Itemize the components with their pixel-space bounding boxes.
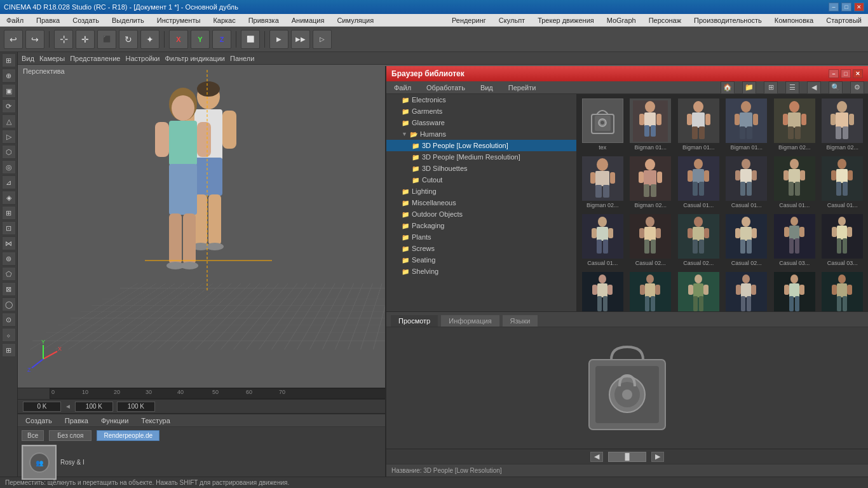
menu-render[interactable]: Рендеринг (448, 15, 490, 25)
tool-13[interactable]: ⋈ (2, 236, 16, 250)
objects-menu-functions[interactable]: Функции (97, 416, 132, 426)
asset-bigman01c[interactable]: Bigman 01... (724, 97, 770, 152)
lib-grid-button[interactable]: ⊞ (764, 81, 778, 94)
tool-12[interactable]: ⊡ (2, 221, 16, 235)
menu-create[interactable]: Создать (69, 15, 103, 25)
menu-layout[interactable]: Компоновка (771, 15, 817, 25)
tool-17[interactable]: ◯ (2, 297, 16, 311)
tree-item-shelving[interactable]: 📁 Shelving (386, 266, 576, 277)
asset-casual02a[interactable]: Casual 02... (675, 212, 722, 268)
lib-minimize-button[interactable]: – (829, 69, 839, 78)
layer-all-btn[interactable]: Все (22, 430, 44, 441)
menu-mesh[interactable]: Каркас (209, 15, 239, 25)
asset-bigman01b[interactable]: Bigman 01... (675, 97, 722, 152)
asset-casual03a[interactable]: Casual 03... (771, 212, 818, 268)
layer-none-btn[interactable]: Без слоя (49, 430, 92, 441)
tree-item-humans[interactable]: ▼ 📂 Humans (386, 128, 576, 140)
viewport-menu-filter[interactable]: Фильтр индикации (165, 55, 225, 62)
asset-casual01e[interactable]: Casual 01... (580, 212, 626, 268)
asset-bigman02b[interactable]: Bigman 02... (820, 97, 866, 152)
lib-close-button[interactable]: ✕ (853, 69, 863, 78)
tree-item-3d-people-low[interactable]: 📁 3D People [Low Resolution] (386, 140, 576, 151)
tool-14[interactable]: ⊚ (2, 252, 16, 266)
asset-casual01c[interactable]: Casual 01... (771, 154, 818, 210)
viewport-menu-options[interactable]: Настройки (125, 55, 159, 62)
tool-5[interactable]: △ (2, 114, 16, 128)
tree-item-misc[interactable]: 📁 Miscellaneous (386, 197, 576, 208)
tool-2[interactable]: ⊕ (2, 69, 16, 83)
tool-16[interactable]: ⊠ (2, 282, 16, 296)
lib-folder-button[interactable]: 📁 (742, 81, 756, 94)
menu-edit[interactable]: Правка (32, 15, 64, 25)
menu-tools[interactable]: Инструменты (153, 15, 205, 25)
tree-item-cutout[interactable]: 📁 Cutout (386, 174, 576, 186)
tool-18[interactable]: ⊙ (2, 313, 16, 327)
asset-bigman02d[interactable]: Bigman 02... (628, 154, 674, 210)
menu-simulate[interactable]: Симуляция (333, 15, 377, 25)
tree-item-3d-people-med[interactable]: 📁 3D People [Medium Resolution] (386, 151, 576, 163)
menu-snap[interactable]: Привязка (245, 15, 283, 25)
minimize-button[interactable]: – (829, 3, 839, 11)
select-tool[interactable]: ⊹ (54, 30, 73, 49)
lib-menu-process[interactable]: Обработать (423, 83, 469, 93)
menu-mograph[interactable]: MoGraph (603, 15, 640, 25)
time-end-field[interactable]: 100 K (117, 402, 155, 412)
lib-tree[interactable]: 📁 Electronics 📁 Garments 📁 Glassware ▼ 📂 (386, 94, 577, 311)
viewport-menu-view[interactable]: Вид (22, 55, 34, 62)
menu-file[interactable]: Файл (3, 15, 27, 25)
lib-menu-view[interactable]: Вид (477, 83, 497, 93)
tool-6[interactable]: ▷ (2, 130, 16, 144)
lib-next-page-button[interactable]: ▶ (651, 452, 664, 462)
close-button[interactable]: ✕ (854, 3, 864, 11)
lib-list-button[interactable]: ☰ (785, 81, 799, 94)
tool-4[interactable]: ⟳ (2, 99, 16, 113)
time-start-field[interactable]: 0 K (23, 402, 61, 412)
tree-item-seating[interactable]: 📁 Seating (386, 254, 576, 266)
asset-casual03e[interactable]: Casual 03... (675, 270, 722, 311)
lib-menu-file[interactable]: Файл (390, 83, 415, 93)
y-axis[interactable]: Y (191, 30, 210, 49)
asset-casual06[interactable]: Casual 06... (820, 270, 866, 311)
lib-home-button[interactable]: 🏠 (721, 81, 735, 94)
render-btn[interactable]: ▶▶ (291, 30, 310, 49)
scale-tool[interactable]: ⬛ (97, 30, 116, 49)
asset-casual03d[interactable]: Casual 03... (628, 270, 674, 311)
viewport-menu-display[interactable]: Представление (70, 55, 120, 62)
tree-item-3d-silhouettes[interactable]: 📁 3D Silhouettes (386, 163, 576, 174)
renderpeople-btn[interactable]: Renderpeople.de (97, 430, 159, 441)
tool-1[interactable]: ⊞ (2, 53, 16, 67)
tree-item-garments[interactable]: 📁 Garments (386, 105, 576, 117)
asset-tex[interactable]: tex (580, 97, 626, 152)
asset-casual01d[interactable]: Casual 01... (820, 154, 866, 210)
tree-item-outdoor[interactable]: 📁 Outdoor Objects (386, 208, 576, 220)
tree-item-packaging[interactable]: 📁 Packaging (386, 220, 576, 231)
asset-casual03b[interactable]: Casual 03... (820, 212, 866, 268)
menu-sculpt[interactable]: Скульпт (495, 15, 529, 25)
transform-tool[interactable]: ✦ (140, 30, 159, 49)
asset-casual03c[interactable]: Casual 03... (580, 270, 626, 311)
lib-maximize-button[interactable]: □ (841, 69, 851, 78)
viewport-menu-panels[interactable]: Панели (230, 55, 254, 62)
objects-menu-edit[interactable]: Правка (61, 416, 92, 426)
asset-casual02b[interactable]: Casual 02... (724, 212, 770, 268)
menu-tracker[interactable]: Трекер движения (534, 15, 598, 25)
menu-select[interactable]: Выделить (108, 15, 148, 25)
texture-thumbnail[interactable]: 👥 (22, 445, 57, 480)
object-tool[interactable]: ⬜ (241, 30, 260, 49)
tool-15[interactable]: ⬠ (2, 267, 16, 281)
tree-item-glassware[interactable]: 📁 Glassware (386, 117, 576, 128)
lib-assets-panel[interactable]: tex // Generate colored person thumbnail… (577, 94, 868, 311)
time-current-field[interactable]: 100 K (75, 402, 113, 412)
lib-back-button[interactable]: ◀ (807, 81, 821, 94)
tree-item-plants[interactable]: 📁 Plants (386, 231, 576, 243)
menu-startup[interactable]: Стартовый (822, 15, 865, 25)
lib-settings-button[interactable]: ⚙ (850, 81, 864, 94)
asset-casual01a[interactable]: Casual 01... (675, 154, 722, 210)
tool-19[interactable]: ⬦ (2, 328, 16, 342)
tool-20[interactable]: ⊞ (2, 343, 16, 357)
asset-bigman01a[interactable]: Bigman 01... (628, 97, 674, 152)
tool-11[interactable]: ⊞ (2, 206, 16, 220)
asset-casual01b[interactable]: Casual 01... (724, 154, 770, 210)
viewport-menu-cameras[interactable]: Камеры (39, 55, 65, 62)
menu-character[interactable]: Персонаж (645, 15, 685, 25)
